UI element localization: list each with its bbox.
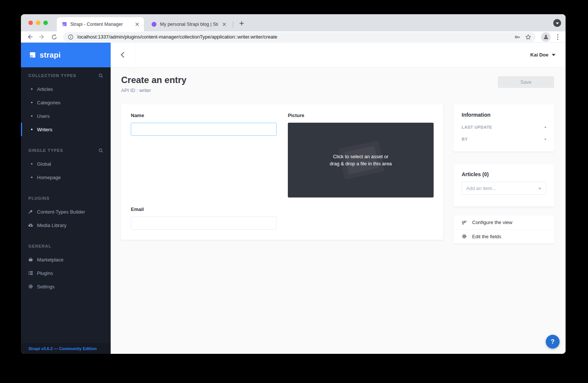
sidebar-item-plugins[interactable]: Plugins xyxy=(21,266,111,280)
bullet-icon xyxy=(31,177,33,178)
save-button[interactable]: Save xyxy=(498,76,554,88)
reload-button[interactable] xyxy=(51,34,58,40)
email-input[interactable] xyxy=(131,217,277,230)
email-field-label: Email xyxy=(131,206,144,212)
list-icon xyxy=(28,270,33,276)
sidebar-item-categories[interactable]: Categories xyxy=(21,96,111,109)
section-general: GENERAL xyxy=(21,242,111,251)
edit-fields-label: Edit the fields xyxy=(472,234,501,239)
sidebar: strapi COLLECTION TYPES Articles Categor… xyxy=(21,43,111,354)
forward-button[interactable] xyxy=(39,34,45,40)
sidebar-menu: COLLECTION TYPES Articles Categories Use… xyxy=(21,67,111,293)
tab-strapi-content-manager[interactable]: Strapi - Content Manager xyxy=(57,17,144,31)
sidebar-item-writers[interactable]: Writers xyxy=(21,123,111,136)
sidebar-item-users[interactable]: Users xyxy=(21,109,111,123)
edit-fields-link[interactable]: Edit the fields xyxy=(453,229,554,243)
close-window-button[interactable] xyxy=(28,21,33,25)
address-bar[interactable]: localhost:1337/admin/plugins/content-man… xyxy=(63,32,536,42)
strapi-version-footer[interactable]: Strapi v3.6.2 — Community Edition xyxy=(21,343,111,354)
bookmark-star-icon[interactable] xyxy=(525,34,531,40)
app-header: Kai Doe xyxy=(111,43,566,67)
dropzone-text: Click to select an asset or drag & drop … xyxy=(330,153,392,167)
bullet-icon xyxy=(31,115,33,117)
last-update-value: - xyxy=(545,124,546,130)
last-update-label: LAST UPDATE xyxy=(462,125,492,129)
add-article-select[interactable] xyxy=(462,182,546,195)
strapi-favicon-icon xyxy=(61,21,67,27)
zoom-window-button[interactable] xyxy=(43,21,48,25)
tab-separator xyxy=(233,21,233,28)
strapi-logo[interactable]: strapi xyxy=(21,43,111,67)
section-collection-types: COLLECTION TYPES xyxy=(21,71,111,80)
chevron-down-icon xyxy=(556,22,559,24)
section-plugins: PLUGINS xyxy=(21,194,111,203)
by-row: BY - xyxy=(462,136,546,142)
information-title: Information xyxy=(462,112,546,118)
tab-title: Strapi - Content Manager xyxy=(70,22,131,27)
information-card: Information LAST UPDATE - BY - xyxy=(453,104,554,151)
desktop-background: Strapi - Content Manager My personal Str… xyxy=(0,0,588,383)
entry-form-card: Name Picture Click to select an asset or… xyxy=(121,104,443,240)
api-id-subtitle: API ID : writer xyxy=(121,88,151,93)
search-icon[interactable] xyxy=(98,73,103,78)
add-article-input[interactable] xyxy=(462,182,546,194)
browser-profile-avatar[interactable] xyxy=(541,32,551,42)
sidebar-item-global[interactable]: Global xyxy=(21,157,111,171)
bullet-icon xyxy=(31,163,33,165)
close-tab-icon[interactable] xyxy=(221,21,227,28)
configure-layout-icon xyxy=(462,220,467,225)
articles-relation-card: Articles (0) xyxy=(453,164,554,206)
chevron-left-icon xyxy=(120,52,124,58)
close-tab-icon[interactable] xyxy=(134,21,140,28)
user-name: Kai Doe xyxy=(530,52,548,58)
minimize-window-button[interactable] xyxy=(36,21,40,25)
sidebar-item-settings[interactable]: Settings xyxy=(21,280,111,293)
sidebar-item-media-library[interactable]: Media Library xyxy=(21,218,111,232)
window-controls xyxy=(28,21,48,25)
tab-strapi-blog[interactable]: My personal Strapi blog | Strap xyxy=(147,17,231,31)
search-icon[interactable] xyxy=(98,148,103,153)
bullet-icon xyxy=(31,129,33,130)
gear-icon xyxy=(462,234,467,239)
back-navigation-button[interactable] xyxy=(111,43,135,67)
name-field-label: Name xyxy=(131,113,144,118)
gear-icon xyxy=(28,284,33,289)
strapi-logo-icon xyxy=(28,51,36,59)
cloud-upload-icon xyxy=(28,223,33,228)
chevron-down-icon xyxy=(552,54,555,56)
configure-view-label: Configure the view xyxy=(472,220,512,225)
tab-search-button[interactable] xyxy=(553,19,561,27)
by-label: BY xyxy=(462,137,468,141)
browser-toolbar: localhost:1337/admin/plugins/content-man… xyxy=(21,31,566,43)
bullet-icon xyxy=(31,102,33,103)
password-key-icon[interactable] xyxy=(514,34,520,40)
last-update-row: LAST UPDATE - xyxy=(462,124,546,130)
picture-field-label: Picture xyxy=(288,113,304,118)
sidebar-item-homepage[interactable]: Homepage xyxy=(21,171,111,184)
page-info-icon[interactable] xyxy=(68,34,74,40)
name-input[interactable] xyxy=(131,123,277,136)
brush-icon xyxy=(28,209,33,214)
sidebar-item-content-types-builder[interactable]: Content-Types Builder xyxy=(21,205,111,218)
configure-view-link[interactable]: Configure the view xyxy=(453,215,554,229)
section-single-types: SINGLE TYPES xyxy=(21,146,111,155)
strapi-logo-text: strapi xyxy=(40,51,61,59)
picture-dropzone[interactable]: Click to select an asset or drag & drop … xyxy=(288,123,434,197)
articles-title: Articles (0) xyxy=(462,171,546,177)
back-button[interactable] xyxy=(26,34,33,40)
sidebar-item-articles[interactable]: Articles xyxy=(21,82,111,96)
main-area: Kai Doe Create an entry API ID : writer … xyxy=(111,43,566,354)
user-menu[interactable]: Kai Doe xyxy=(530,52,566,58)
help-button[interactable]: ? xyxy=(546,335,560,349)
tab-title: My personal Strapi blog | Strap xyxy=(160,22,218,27)
sidebar-item-marketplace[interactable]: Marketplace xyxy=(21,253,111,266)
blog-favicon-icon xyxy=(151,21,157,27)
browser-menu-icon[interactable] xyxy=(554,34,561,40)
browser-window: Strapi - Content Manager My personal Str… xyxy=(21,14,566,354)
page-title: Create an entry xyxy=(121,75,187,85)
new-tab-button[interactable] xyxy=(237,19,246,28)
view-links-card: Configure the view Edit the fields xyxy=(453,215,554,243)
url-text: localhost:1337/admin/plugins/content-man… xyxy=(77,34,514,40)
basket-icon xyxy=(28,257,33,262)
tab-strip: Strapi - Content Manager My personal Str… xyxy=(21,14,566,31)
